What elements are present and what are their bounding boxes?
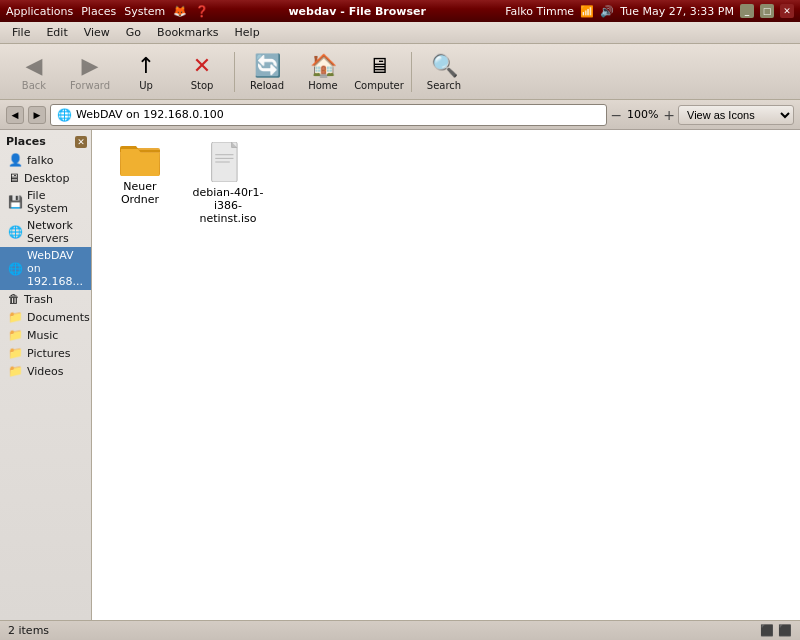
sidebar-item-label: Videos [27, 365, 64, 378]
filesystem-icon: 💾 [8, 195, 23, 209]
sidebar-item-label: Network Servers [27, 219, 87, 245]
menu-edit[interactable]: Edit [38, 24, 75, 41]
sidebar-item-label: File System [27, 189, 87, 215]
sidebar-close-button[interactable]: ✕ [75, 136, 87, 148]
statusbar-icon1: ⬛ [760, 624, 774, 637]
webdav-location-icon: 🌐 [57, 108, 72, 122]
music-icon: 📁 [8, 328, 23, 342]
sidebar-item-network[interactable]: 🌐 Network Servers [0, 217, 91, 247]
sidebar-item-falko[interactable]: 👤 falko [0, 151, 91, 169]
reload-button[interactable]: 🔄 Reload [241, 48, 293, 96]
firefox-icon[interactable]: 🦊 [173, 5, 187, 18]
help-icon[interactable]: ❓ [195, 5, 209, 18]
network-servers-icon: 🌐 [8, 225, 23, 239]
up-button[interactable]: ↑ Up [120, 48, 172, 96]
sidebar-title: Places [6, 135, 46, 148]
file-item-folder[interactable]: Neuer Ordner [100, 138, 180, 230]
location-path[interactable]: 🌐 WebDAV on 192.168.0.100 [50, 104, 607, 126]
sidebar-item-music[interactable]: 📁 Music [0, 326, 91, 344]
volume-icon[interactable]: 🔊 [600, 5, 614, 18]
sidebar-item-desktop[interactable]: 🖥 Desktop [0, 169, 91, 187]
topbar-right: Falko Timme 📶 🔊 Tue May 27, 3:33 PM _ □ … [505, 4, 794, 18]
sidebar: Places ✕ 👤 falko 🖥 Desktop 💾 File System… [0, 130, 92, 620]
sidebar-item-label: falko [27, 154, 53, 167]
menu-go[interactable]: Go [118, 24, 149, 41]
file-name: debian-40r1-i386-netinst.iso [192, 186, 264, 226]
computer-icon: 🖥 [368, 53, 390, 78]
sidebar-item-pictures[interactable]: 📁 Pictures [0, 344, 91, 362]
view-mode-select[interactable]: View as Icons View as List View as Compa… [678, 105, 794, 125]
menu-view[interactable]: View [76, 24, 118, 41]
home-label: Home [308, 80, 338, 91]
network-icon: 📶 [580, 5, 594, 18]
menu-help[interactable]: Help [227, 24, 268, 41]
up-icon: ↑ [137, 53, 155, 78]
documents-icon: 📁 [8, 310, 23, 324]
minimize-button[interactable]: _ [740, 4, 754, 18]
reload-icon: 🔄 [254, 53, 281, 78]
datetime-label: Tue May 27, 3:33 PM [620, 5, 734, 18]
sidebar-item-webdav[interactable]: 🌐 WebDAV on 192.168... [0, 247, 91, 290]
statusbar: 2 items ⬛ ⬛ [0, 620, 800, 640]
loc-back-button[interactable]: ◀ [6, 106, 24, 124]
sidebar-item-label: Pictures [27, 347, 71, 360]
sidebar-item-label: Music [27, 329, 58, 342]
computer-label: Computer [354, 80, 404, 91]
file-area: Neuer Ordner debian-40r1-i386-netinst.is… [92, 130, 800, 620]
menubar: File Edit View Go Bookmarks Help [0, 22, 800, 44]
back-icon: ◀ [26, 53, 43, 78]
sidebar-item-label: Trash [24, 293, 53, 306]
toolbar: ◀ Back ▶ Forward ↑ Up ✕ Stop 🔄 Reload 🏠 … [0, 44, 800, 100]
close-button[interactable]: ✕ [780, 4, 794, 18]
toolbar-separator-2 [411, 52, 412, 92]
search-label: Search [427, 80, 461, 91]
iso-file-icon [210, 142, 246, 182]
stop-label: Stop [191, 80, 214, 91]
home-icon: 🏠 [310, 53, 337, 78]
applications-menu[interactable]: Applications [6, 5, 73, 18]
up-label: Up [139, 80, 153, 91]
zoom-area: − 100% + View as Icons View as List View… [611, 105, 794, 125]
main-area: Places ✕ 👤 falko 🖥 Desktop 💾 File System… [0, 130, 800, 620]
user-label: Falko Timme [505, 5, 574, 18]
search-button[interactable]: 🔍 Search [418, 48, 470, 96]
search-icon: 🔍 [431, 53, 458, 78]
topbar-menu: Applications Places System 🦊 ❓ [6, 5, 209, 18]
desktop-icon: 🖥 [8, 171, 20, 185]
sidebar-item-documents[interactable]: 📁 Documents [0, 308, 91, 326]
sidebar-item-videos[interactable]: 📁 Videos [0, 362, 91, 380]
zoom-in-button[interactable]: + [663, 107, 675, 123]
zoom-out-button[interactable]: − [611, 107, 623, 123]
system-menu[interactable]: System [124, 5, 165, 18]
sidebar-header[interactable]: Places ✕ [0, 132, 91, 151]
reload-label: Reload [250, 80, 284, 91]
loc-forward-button[interactable]: ▶ [28, 106, 46, 124]
menu-bookmarks[interactable]: Bookmarks [149, 24, 226, 41]
status-count: 2 items [8, 624, 49, 637]
back-button[interactable]: ◀ Back [8, 48, 60, 96]
sidebar-item-label: Documents [27, 311, 90, 324]
back-label: Back [22, 80, 46, 91]
window-title: webdav - File Browser [288, 5, 426, 18]
file-name: Neuer Ordner [104, 180, 176, 206]
pictures-icon: 📁 [8, 346, 23, 360]
locationbar: ◀ ▶ 🌐 WebDAV on 192.168.0.100 − 100% + V… [0, 100, 800, 130]
sidebar-item-label: Desktop [24, 172, 69, 185]
file-item-iso[interactable]: debian-40r1-i386-netinst.iso [188, 138, 268, 230]
computer-button[interactable]: 🖥 Computer [353, 48, 405, 96]
trash-icon: 🗑 [8, 292, 20, 306]
stop-button[interactable]: ✕ Stop [176, 48, 228, 96]
menu-file[interactable]: File [4, 24, 38, 41]
forward-button[interactable]: ▶ Forward [64, 48, 116, 96]
zoom-level: 100% [625, 108, 660, 121]
forward-icon: ▶ [82, 53, 99, 78]
videos-icon: 📁 [8, 364, 23, 378]
maximize-button[interactable]: □ [760, 4, 774, 18]
sidebar-item-trash[interactable]: 🗑 Trash [0, 290, 91, 308]
sidebar-item-filesystem[interactable]: 💾 File System [0, 187, 91, 217]
places-menu[interactable]: Places [81, 5, 116, 18]
folder-icon [120, 142, 160, 176]
webdav-icon: 🌐 [8, 262, 23, 276]
location-text: WebDAV on 192.168.0.100 [76, 108, 224, 121]
home-button[interactable]: 🏠 Home [297, 48, 349, 96]
